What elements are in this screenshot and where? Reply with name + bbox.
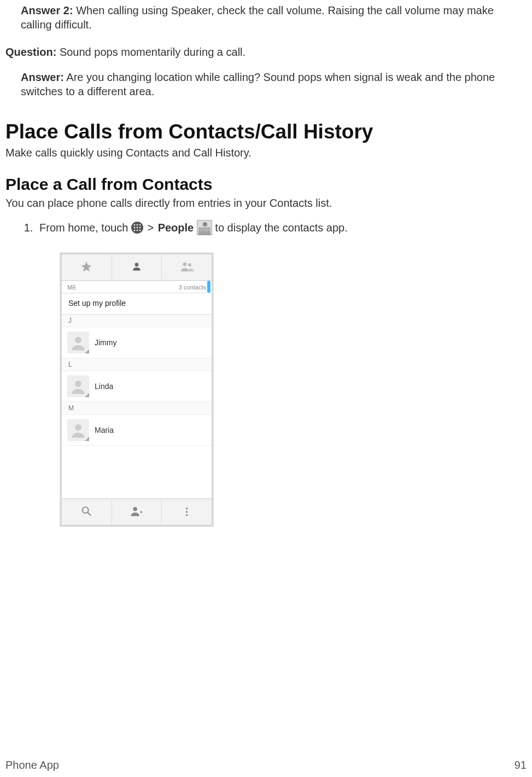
contact-row-jimmy[interactable]: Jimmy [62, 327, 212, 358]
overflow-menu-button[interactable] [162, 499, 212, 525]
contact-row-maria[interactable]: Maria [62, 415, 212, 446]
svg-point-13 [75, 381, 81, 387]
setup-profile-text: Set up my profile [68, 299, 126, 308]
answer-text: Are you changing location while calling?… [21, 71, 495, 97]
answer-label: Answer: [21, 71, 64, 83]
svg-point-15 [83, 507, 89, 513]
apps-icon [131, 222, 143, 234]
answer-paragraph: Answer: Are you changing location while … [21, 70, 527, 98]
svg-point-14 [75, 425, 81, 431]
svg-point-0 [134, 224, 136, 226]
contact-row-linda[interactable]: Linda [62, 371, 212, 402]
contact-name: Jimmy [95, 338, 116, 347]
step-1-pre: From home, touch [39, 222, 131, 234]
contacts-top-tabs [62, 254, 212, 281]
svg-line-16 [88, 512, 91, 515]
question-text: Sound pops momentarily during a call. [56, 46, 245, 58]
svg-point-10 [183, 262, 186, 266]
me-label: ME [67, 284, 77, 291]
star-icon [80, 260, 92, 275]
step-1: From home, touch > People to display the… [36, 221, 527, 236]
svg-point-1 [137, 224, 138, 226]
tab-favorites[interactable] [62, 254, 112, 280]
contacts-body: ME 3 contacts Set up my profile J Jimmy … [62, 281, 212, 498]
tab-contacts[interactable] [112, 254, 162, 280]
people-app-icon [197, 220, 212, 235]
page-footer: Phone App 91 [5, 759, 527, 772]
contact-name: Linda [95, 382, 113, 391]
me-section-header: ME 3 contacts [62, 281, 212, 293]
letter-header-m: M [62, 402, 212, 415]
answer-2-text: When calling using Speaker, check the ca… [21, 4, 494, 31]
heading-place-from-contacts-sub: You can place phone calls directly from … [5, 196, 527, 210]
contacts-app-screenshot: ME 3 contacts Set up my profile J Jimmy … [60, 253, 213, 526]
add-person-icon [130, 505, 143, 519]
svg-point-7 [137, 230, 138, 231]
avatar-icon [67, 419, 89, 441]
svg-point-11 [188, 263, 191, 266]
avatar-icon [67, 375, 89, 397]
tab-groups[interactable] [162, 254, 212, 280]
step-1-post: to display the contacts app. [215, 222, 347, 234]
contacts-count: 3 contacts [179, 284, 206, 291]
svg-point-12 [75, 337, 81, 344]
letter-header-l: L [62, 358, 212, 371]
svg-point-9 [135, 263, 139, 266]
svg-point-6 [134, 230, 136, 231]
svg-point-2 [139, 224, 141, 226]
menu-dots-icon [186, 508, 188, 516]
answer-2-paragraph: Answer 2: When calling using Speaker, ch… [21, 3, 527, 32]
svg-point-3 [134, 227, 136, 229]
person-icon [131, 261, 142, 274]
search-icon [80, 505, 92, 519]
letter-header-j: J [62, 315, 212, 327]
contact-name: Maria [95, 426, 114, 434]
question-label: Question: [5, 46, 56, 58]
footer-section-title: Phone App [5, 759, 59, 772]
question-paragraph: Question: Sound pops momentarily during … [5, 45, 527, 59]
svg-point-5 [139, 227, 141, 229]
answer-2-label: Answer 2: [21, 4, 73, 16]
group-icon [180, 261, 194, 274]
contacts-bottom-bar [62, 498, 212, 525]
svg-point-8 [139, 230, 141, 231]
svg-point-17 [133, 507, 137, 511]
footer-page-number: 91 [515, 759, 527, 772]
heading-place-from-contacts: Place a Call from Contacts [5, 175, 527, 194]
avatar-icon [67, 332, 89, 353]
svg-point-4 [137, 227, 138, 229]
scroll-indicator[interactable] [207, 281, 211, 293]
step-1-people-label: People [158, 222, 194, 234]
setup-profile-row[interactable]: Set up my profile [62, 293, 212, 315]
heading-place-calls: Place Calls from Contacts/Call History [5, 120, 527, 143]
step-1-gt: > [147, 222, 154, 234]
heading-place-calls-sub: Make calls quickly using Contacts and Ca… [5, 146, 527, 160]
add-contact-button[interactable] [112, 499, 162, 525]
search-button[interactable] [62, 499, 112, 525]
